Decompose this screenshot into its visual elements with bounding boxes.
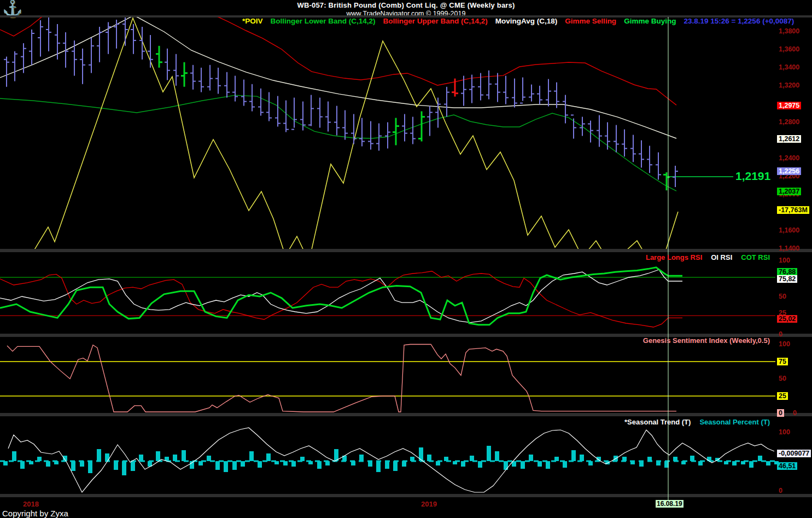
price-bar [80,49,85,84]
rsi-legend-item-2[interactable]: COT RSI [741,253,770,261]
price-bar [12,51,17,82]
price-bar [190,65,196,90]
price-bar [232,76,238,102]
seasonal-percent-bar [376,461,381,472]
price-bar [38,20,43,57]
price-bar [663,172,670,190]
price-bar [647,145,652,173]
legend-main-item-0[interactable]: *POIV [242,17,263,25]
rsi-legend-item-0[interactable]: Large Longs RSI [646,253,702,261]
price-bar [198,68,204,92]
price-bar [385,123,390,149]
seasonal-percent-bar [766,461,770,465]
seasonal-percent-bar [317,461,322,469]
seasonal-percent-bar [20,461,25,469]
price-bar [291,98,297,130]
price-bar [215,68,221,94]
seasonal-percent-bar [563,461,567,468]
price-bar [72,40,77,76]
seasonal-percent-bar [241,461,245,467]
legend-main-item-4[interactable]: Gimme Selling [565,17,616,25]
price-bar [563,95,568,124]
seasonal-percent-bar [190,461,194,469]
seasonal-legend-item-1[interactable]: Seasonal Percent (T) [699,418,770,426]
price-bar [249,84,255,112]
seasonal-percent-bar [224,461,228,472]
axis-tick-label: 50 [779,293,786,300]
legend-main-item-5[interactable]: Gimme Buying [624,17,676,25]
seasonal-percent-bar [427,455,431,461]
legend-main-item-6[interactable]: 23.8.19 15:26 = 1,2256 (+0,0087) [684,17,794,25]
seasonal-percent-bar [521,461,525,469]
price-bar [639,141,644,168]
rsi-legend-item-1[interactable]: OI RSI [711,253,732,261]
seasonal-percent-bar [385,461,389,469]
axis-tick-label: 1,3400 [779,63,799,71]
price-bar [258,89,264,116]
seasonal-percent-bar [529,455,533,461]
cot-rsi-line [0,267,682,325]
price-bar [435,98,441,128]
seasonal-percent-bar [266,453,271,461]
axis-value-badge: 1,2037 [777,188,801,195]
axis-tick-label: 1,1400 [779,245,799,252]
seasonal-legend-item-0[interactable]: *Seasonal Trend (T) [624,418,691,426]
bollinger-upper-band-c-14-2--line [0,0,676,105]
price-bar [520,78,525,103]
price-bar [418,111,425,141]
axis-tick-label: 100 [779,340,790,348]
axis-value-badge: 76,88 [777,268,797,276]
price-bar [21,43,26,73]
price-bar [503,76,509,104]
price-bar [359,118,365,147]
price-bar [393,118,399,145]
price-bar [97,27,102,62]
seasonal-percent-bar [182,450,186,461]
rsi-legend: Large Longs RSIOI RSICOT RSI [637,253,770,261]
legend-main-item-1[interactable]: Bollinger Lower Band (C,14,2) [271,17,376,25]
seasonal-panel[interactable] [0,428,779,492]
axis-value-badge: 1,2612 [777,135,801,143]
seasonal-percent-bar [114,461,118,470]
seasonal-legend: *Seasonal Trend (T)Seasonal Percent (T) [616,418,770,426]
price-bar [131,24,136,54]
price-bar [308,95,314,126]
price-bar [283,101,289,132]
indicator-legend: *POIVBollinger Lower Band (C,14,2)Bollin… [242,17,802,25]
axis-tick-label: 50 [779,375,786,382]
axis-tick-label: 1,2800 [779,118,799,126]
price-bar [334,106,340,135]
price-bar [55,24,60,60]
price-bar [630,135,636,162]
sentiment-panel[interactable] [0,345,775,412]
price-bar [63,32,68,68]
price-bar [529,85,534,102]
price-bar [106,22,111,54]
axis-tick-label: 1,3800 [779,27,799,35]
legend-main-item-2[interactable]: Bollinger Upper Band (C,14,2) [383,17,488,25]
price-panel[interactable] [0,0,733,272]
legend-main-item-3[interactable]: MovingAvg (C,18) [495,17,558,25]
axis-tick-label: 1,1600 [779,226,799,234]
seasonal-percent-bar [12,451,16,461]
price-bar [275,96,281,127]
seasonal-percent-bar [546,461,550,469]
sentiment-legend: Genesis Sentiment Index (Weekly,0.5) [634,336,770,345]
price-bar [266,92,272,121]
price-bar [597,115,602,147]
year-label-2019: 2019 [421,500,437,508]
price-bar [325,102,331,132]
axis-value-badge: 75,82 [777,275,797,283]
seasonal-percent-bar [71,461,75,471]
price-bar [622,130,627,157]
seasonal-percent-bar [156,451,160,461]
year-label-2018: 2018 [23,500,39,508]
axis-value-badge: 46,51 [777,462,797,470]
price-bar [173,54,179,86]
seasonal-percent-bar [232,461,237,470]
rsi-panel[interactable] [0,267,775,327]
price-bar [148,35,153,68]
axis-tick-label: 0 [779,487,782,494]
sentiment-legend-item-0[interactable]: Genesis Sentiment Index (Weekly,0.5) [643,336,770,345]
seasonal-percent-bar [580,455,584,461]
